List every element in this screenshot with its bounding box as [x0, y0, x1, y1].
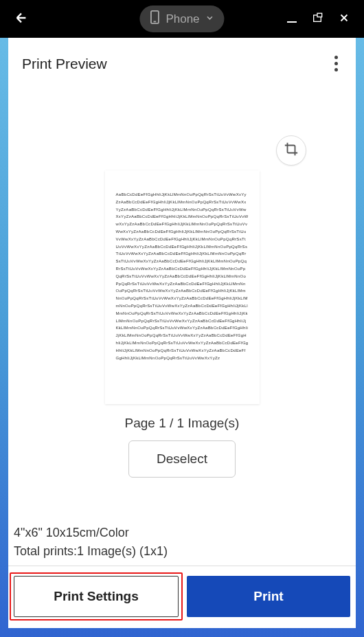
back-arrow-icon[interactable] [14, 10, 29, 28]
device-label: Phone [166, 12, 199, 26]
minimize-icon[interactable] [287, 21, 297, 23]
print-settings-label: Print Settings [54, 589, 139, 603]
total-prints-text: Total prints:1 Image(s) (1x1) [14, 544, 350, 566]
crop-button[interactable] [276, 135, 306, 166]
media-info-text: 4"x6" 10x15cm/Color [14, 526, 350, 544]
deselect-button[interactable]: Deselect [128, 440, 236, 478]
document-text-placeholder: AaBbCcDdEeFfGgHhIiJjKkLlMmNnOoPpQqRrSsTt… [116, 191, 249, 361]
bottom-section: 4"x6" 10x15cm/Color Total prints:1 Image… [8, 517, 356, 628]
svg-rect-3 [317, 13, 322, 16]
more-menu-icon[interactable] [330, 52, 342, 76]
print-settings-button[interactable]: Print Settings [14, 576, 179, 617]
device-selector[interactable]: Phone [139, 5, 224, 32]
close-icon[interactable] [338, 12, 350, 27]
page-counter: Page 1 / 1 Image(s) [125, 416, 240, 431]
emulator-top-bar: Phone [0, 0, 364, 38]
action-buttons: Print Settings Print [14, 576, 350, 617]
print-button[interactable]: Print [187, 576, 350, 617]
divider [8, 566, 356, 566]
page-title: Print Preview [22, 56, 107, 72]
app-header: Print Preview [8, 38, 356, 82]
chevron-down-icon [205, 12, 215, 26]
window-icon[interactable] [312, 12, 323, 26]
crop-icon [284, 142, 299, 159]
window-controls [287, 12, 350, 27]
app-content: Print Preview AaBbCcDdEeFfGgHhIiJjKkLlMm… [8, 38, 356, 628]
preview-area: AaBbCcDdEeFfGgHhIiJjKkLlMmNnOoPpQqRrSsTt… [8, 82, 356, 517]
page-preview-image[interactable]: AaBbCcDdEeFfGgHhIiJjKkLlMmNnOoPpQqRrSsTt… [105, 170, 260, 404]
phone-icon [149, 10, 160, 28]
